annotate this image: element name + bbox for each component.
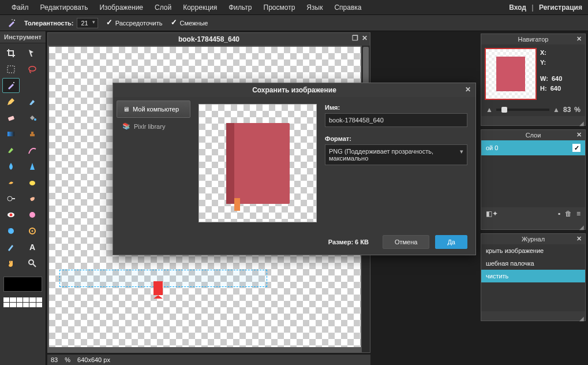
menu-language[interactable]: Язык (301, 1, 328, 14)
zoom-in-icon[interactable]: ▲ (553, 106, 560, 114)
cancel-button[interactable]: Отмена (383, 235, 429, 249)
wand-tool[interactable] (2, 78, 20, 93)
navigator-thumbnail[interactable] (485, 48, 537, 100)
panel-resize[interactable] (481, 116, 585, 125)
foreground-color[interactable] (3, 277, 42, 292)
blur-tool[interactable] (2, 159, 20, 174)
visibility-checkbox[interactable]: ✓ (572, 144, 580, 152)
preview-thumbnail (199, 104, 317, 222)
layer-mask-icon[interactable]: ▪ (558, 210, 560, 218)
marquee-tool[interactable] (2, 62, 20, 77)
menu-layer[interactable]: Слой (149, 1, 177, 14)
menu-filter[interactable]: Фильтр (223, 1, 257, 14)
zoom-value: 83 (51, 356, 58, 363)
sidebar-item-label: Pixlr library (134, 123, 165, 130)
gradient-tool[interactable] (2, 126, 20, 141)
history-item[interactable]: шебная палочка (481, 257, 585, 270)
svg-point-3 (29, 66, 36, 71)
smudge-tool[interactable] (2, 175, 20, 190)
selection-rect (59, 270, 267, 287)
bloat-tool[interactable] (2, 224, 20, 239)
format-select[interactable]: PNG (Поддерживает прозрачность, максимал… (325, 144, 467, 165)
menu-file[interactable]: Файл (6, 1, 35, 14)
burn-tool[interactable] (24, 191, 41, 206)
sponge-tool[interactable] (24, 175, 41, 190)
lasso-tool[interactable] (24, 62, 41, 77)
replace-tool[interactable] (2, 143, 20, 158)
panel-resize[interactable] (481, 220, 585, 229)
navigator-title: Навигатор (518, 36, 549, 43)
name-input[interactable] (325, 113, 467, 127)
layer-menu-icon[interactable]: ≡ (576, 210, 580, 218)
book-preview (226, 123, 290, 204)
draw-tool[interactable] (24, 143, 41, 158)
contiguous-checkbox[interactable]: Смежные (171, 20, 208, 27)
bookmark-shape (153, 281, 163, 295)
hand-tool[interactable] (2, 256, 20, 271)
color-swatches[interactable] (3, 297, 42, 307)
layers-panel: Слои ✕ ой 0 ✓ ◧✦ ▪ 🗑 ≡ (481, 129, 586, 230)
svg-point-14 (10, 214, 13, 217)
dodge-tool[interactable] (2, 191, 20, 206)
type-tool[interactable]: A (24, 240, 41, 255)
maximize-icon[interactable]: ❐ (352, 34, 358, 42)
navigator-info: X: Y: W: 640 H: 640 (540, 48, 562, 100)
tolerance-dropdown[interactable]: 21 (77, 18, 98, 28)
tool-panel: Инструмент A (0, 31, 46, 365)
login-link[interactable]: Вход (509, 3, 526, 12)
crop-tool[interactable] (2, 46, 20, 61)
bucket-tool[interactable] (24, 110, 41, 125)
svg-point-11 (8, 196, 12, 201)
layer-settings-icon[interactable]: ◧✦ (486, 210, 498, 218)
pencil-tool[interactable] (2, 94, 20, 109)
layer-row[interactable]: ой 0 ✓ (481, 140, 585, 155)
menubar: Файл Редактировать Изображение Слой Корр… (0, 0, 588, 15)
sidebar-item-library[interactable]: 📚 Pixlr library (117, 118, 190, 135)
close-icon[interactable]: ✕ (576, 235, 582, 243)
document-title: book-1784458_640 (178, 35, 239, 43)
separator: | (531, 3, 533, 12)
eraser-tool[interactable] (2, 110, 20, 125)
zoom-out-icon[interactable]: ▲ (486, 106, 493, 114)
menu-view[interactable]: Просмотр (258, 1, 301, 14)
zoom-slider[interactable]: ▲ ▲ 83 % (481, 103, 585, 116)
document-titlebar[interactable]: book-1784458_640 ❐ ✕ (48, 33, 370, 46)
nav-zoom-value: 83 (563, 106, 571, 114)
menu-edit[interactable]: Редактировать (35, 1, 94, 14)
menu-adjust[interactable]: Коррекция (177, 1, 223, 14)
clone-tool[interactable] (24, 126, 41, 141)
dialog-titlebar[interactable]: Сохранить изображение ✕ (113, 83, 475, 97)
svg-rect-2 (8, 66, 14, 73)
svg-rect-9 (31, 132, 33, 134)
history-item[interactable]: чистить (481, 270, 585, 282)
brush-tool[interactable] (24, 94, 41, 109)
svg-rect-7 (8, 132, 14, 136)
sidebar-item-label: Мой компьютер (133, 106, 179, 113)
spot-tool[interactable] (24, 207, 41, 222)
history-item[interactable]: крыть изображение (481, 244, 585, 257)
redeye-tool[interactable] (2, 207, 20, 222)
antialias-checkbox[interactable]: Рассредоточить (106, 20, 163, 27)
close-icon[interactable]: ✕ (576, 35, 582, 43)
move-tool[interactable] (24, 46, 41, 61)
zoom-tool[interactable] (24, 256, 41, 271)
pinch-tool[interactable] (24, 224, 41, 239)
close-icon[interactable]: ✕ (362, 34, 368, 42)
svg-point-6 (34, 118, 36, 121)
sidebar-item-computer[interactable]: 🖥 Мой компьютер (117, 100, 190, 118)
menu-image[interactable]: Изображение (93, 1, 149, 14)
sharpen-tool[interactable] (24, 159, 41, 174)
panel-resize[interactable] (481, 311, 585, 321)
register-link[interactable]: Регистрация (539, 3, 582, 12)
layer-delete-icon[interactable]: 🗑 (565, 210, 572, 218)
close-icon[interactable]: ✕ (465, 85, 471, 94)
picker-tool[interactable] (2, 240, 20, 255)
zoom-unit: % (65, 356, 70, 363)
filesize-label: Размер: 6 КВ (121, 239, 377, 245)
menu-help[interactable]: Справка (328, 1, 367, 14)
tool-panel-title: Инструмент (0, 31, 46, 43)
close-icon[interactable]: ✕ (576, 131, 582, 139)
ok-button[interactable]: Да (435, 235, 467, 249)
svg-text:A: A (29, 243, 35, 252)
check-icon (171, 20, 178, 27)
